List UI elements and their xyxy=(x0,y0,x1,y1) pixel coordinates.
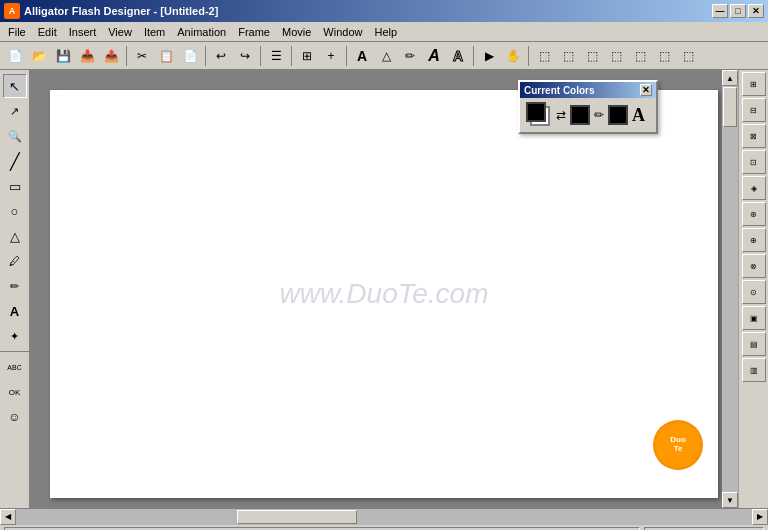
scroll-thumb[interactable] xyxy=(723,87,737,127)
re-btn-11[interactable]: ▤ xyxy=(742,332,766,356)
status-coords: 639, 270 xyxy=(644,527,764,531)
current-colors-close[interactable]: ✕ xyxy=(640,84,652,96)
re-btn-12[interactable]: ▥ xyxy=(742,358,766,382)
current-fill-swatch[interactable] xyxy=(608,105,628,125)
tb-import[interactable]: 📥 xyxy=(76,45,98,67)
re-btn-5[interactable]: ◈ xyxy=(742,176,766,200)
duote-badge: DuoTe xyxy=(653,420,703,470)
menu-insert[interactable]: Insert xyxy=(63,24,103,40)
h-scroll-thumb[interactable] xyxy=(237,510,357,524)
menu-edit[interactable]: Edit xyxy=(32,24,63,40)
tool-polygon[interactable]: △ xyxy=(3,224,27,248)
maximize-button[interactable]: □ xyxy=(730,4,746,18)
status-bar: Ready 639, 270 xyxy=(0,524,768,530)
tb-align[interactable]: ☰ xyxy=(265,45,287,67)
tool-ok[interactable]: OK xyxy=(3,380,27,404)
current-stroke-swatch[interactable] xyxy=(570,105,590,125)
menu-movie[interactable]: Movie xyxy=(276,24,317,40)
re-btn-4[interactable]: ⊡ xyxy=(742,150,766,174)
re-btn-3[interactable]: ⊠ xyxy=(742,124,766,148)
tb-grid[interactable]: ⊞ xyxy=(296,45,318,67)
re-btn-8[interactable]: ⊗ xyxy=(742,254,766,278)
tool-sep xyxy=(0,351,29,352)
tb-bigtext[interactable]: A xyxy=(423,45,445,67)
tb-hand[interactable]: ✋ xyxy=(502,45,524,67)
tb-r7[interactable]: ⬚ xyxy=(677,45,699,67)
tb-r6[interactable]: ⬚ xyxy=(653,45,675,67)
menu-animation[interactable]: Animation xyxy=(171,24,232,40)
tb-new[interactable]: 📄 xyxy=(4,45,26,67)
tb-copy[interactable]: 📋 xyxy=(155,45,177,67)
toolbar-sep-1 xyxy=(126,46,127,66)
tb-save[interactable]: 💾 xyxy=(52,45,74,67)
tb-outline[interactable]: A xyxy=(447,45,469,67)
tool-subselect[interactable]: ↗ xyxy=(3,99,27,123)
re-btn-10[interactable]: ▣ xyxy=(742,306,766,330)
canvas-area[interactable]: www.DuoTe.com Current Colors ✕ ⇄ ✏ A xyxy=(30,70,738,508)
tb-paste[interactable]: 📄 xyxy=(179,45,201,67)
re-btn-6[interactable]: ⊛ xyxy=(742,202,766,226)
text-color-label[interactable]: A xyxy=(632,105,645,126)
tool-eyedropper[interactable]: ✦ xyxy=(3,324,27,348)
tool-rect[interactable]: ▭ xyxy=(3,174,27,198)
menu-help[interactable]: Help xyxy=(368,24,403,40)
toolbar-sep-6 xyxy=(473,46,474,66)
tool-oval[interactable]: ○ xyxy=(3,199,27,223)
menu-item[interactable]: Item xyxy=(138,24,171,40)
watermark: www.DuoTe.com xyxy=(279,278,488,310)
swap-colors-icon[interactable]: ⇄ xyxy=(556,108,566,122)
menu-view[interactable]: View xyxy=(102,24,138,40)
tb-r3[interactable]: ⬚ xyxy=(581,45,603,67)
horizontal-scrollbar[interactable]: ◀ ▶ xyxy=(0,508,768,524)
toolbar-sep-2 xyxy=(205,46,206,66)
scroll-right-button[interactable]: ▶ xyxy=(752,509,768,525)
toolbar-sep-5 xyxy=(346,46,347,66)
menu-file[interactable]: File xyxy=(2,24,32,40)
tb-pencil[interactable]: ✏ xyxy=(399,45,421,67)
menu-bar: File Edit Insert View Item Animation Fra… xyxy=(0,22,768,42)
tb-redo[interactable]: ↪ xyxy=(234,45,256,67)
scroll-up-button[interactable]: ▲ xyxy=(722,70,738,86)
tb-export[interactable]: 📤 xyxy=(100,45,122,67)
app-icon: A xyxy=(4,3,20,19)
tool-pen[interactable]: 🖊 xyxy=(3,249,27,273)
tb-undo[interactable]: ↩ xyxy=(210,45,232,67)
tb-text[interactable]: A xyxy=(351,45,373,67)
menu-frame[interactable]: Frame xyxy=(232,24,276,40)
menu-window[interactable]: Window xyxy=(317,24,368,40)
tool-pencil[interactable]: ✏ xyxy=(3,274,27,298)
tool-arrow[interactable]: ↖ xyxy=(3,74,27,98)
tool-person[interactable]: ☺ xyxy=(3,405,27,429)
scroll-left-button[interactable]: ◀ xyxy=(0,509,16,525)
tb-open[interactable]: 📂 xyxy=(28,45,50,67)
toolbar-sep-7 xyxy=(528,46,529,66)
re-btn-1[interactable]: ⊞ xyxy=(742,72,766,96)
re-btn-7[interactable]: ⊕ xyxy=(742,228,766,252)
tb-cut[interactable]: ✂ xyxy=(131,45,153,67)
toolbar: 📄 📂 💾 📥 📤 ✂ 📋 📄 ↩ ↪ ☰ ⊞ + A △ ✏ A A ▶ ✋ … xyxy=(0,42,768,70)
toolbar-sep-3 xyxy=(260,46,261,66)
pencil-icon[interactable]: ✏ xyxy=(594,108,604,122)
tb-animate[interactable]: ▶ xyxy=(478,45,500,67)
title-bar-controls: — □ ✕ xyxy=(712,4,764,18)
title-bar-left: A Alligator Flash Designer - [Untitled-2… xyxy=(4,3,218,19)
fill-color-swatch[interactable] xyxy=(526,102,546,122)
scroll-down-button[interactable]: ▼ xyxy=(722,492,738,508)
main-area: ↖ ↗ 🔍 ╱ ▭ ○ △ 🖊 ✏ A ✦ ABC OK ☺ www.DuoTe… xyxy=(0,70,768,508)
tb-zoom[interactable]: + xyxy=(320,45,342,67)
tool-text[interactable]: A xyxy=(3,299,27,323)
minimize-button[interactable]: — xyxy=(712,4,728,18)
close-button[interactable]: ✕ xyxy=(748,4,764,18)
tb-r4[interactable]: ⬚ xyxy=(605,45,627,67)
vertical-scrollbar[interactable]: ▲ ▼ xyxy=(722,70,738,508)
current-colors-titlebar: Current Colors ✕ xyxy=(520,82,656,98)
tb-r5[interactable]: ⬚ xyxy=(629,45,651,67)
tb-r1[interactable]: ⬚ xyxy=(533,45,555,67)
re-btn-2[interactable]: ⊟ xyxy=(742,98,766,122)
tool-abc[interactable]: ABC xyxy=(3,355,27,379)
tb-r2[interactable]: ⬚ xyxy=(557,45,579,67)
tb-shape[interactable]: △ xyxy=(375,45,397,67)
tool-magnify[interactable]: 🔍 xyxy=(3,124,27,148)
re-btn-9[interactable]: ⊙ xyxy=(742,280,766,304)
tool-line[interactable]: ╱ xyxy=(3,149,27,173)
